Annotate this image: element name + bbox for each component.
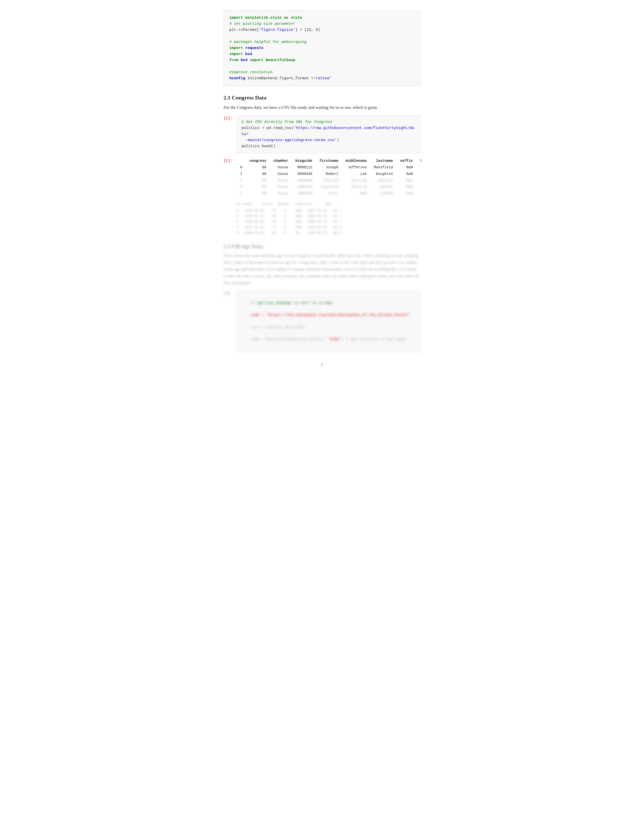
code-comment-3: #improve resolution <box>229 70 272 74</box>
cell-middlename-1: Lee <box>342 171 370 177</box>
cell-3-wrapper: [3] // getting webpage to sort to scrape… <box>224 290 420 352</box>
output-2-label: [2]: <box>224 158 237 163</box>
col-middlename: middlename <box>342 158 370 164</box>
code-from-import: from bs4 import BeautifulSoup <box>229 58 295 62</box>
col-firstname: firstname <box>316 158 342 164</box>
col-lastname: lastname <box>370 158 396 164</box>
code-import-requests: import requests <box>229 46 263 50</box>
section-2-1-text: For the Congress data, we have a CSV fil… <box>224 104 420 111</box>
cell-suffix-1: NaN <box>396 171 416 177</box>
code-config: %config InlineBackend.figure_format ='re… <box>229 76 332 80</box>
cell-chamber-1: house <box>270 171 292 177</box>
section-2-1-heading: 2.1 Congress Data <box>224 95 420 101</box>
page-number: 2 <box>224 362 420 367</box>
cell-chamber-0: house <box>270 164 292 171</box>
code-import-bs4: import bs4 <box>229 52 252 56</box>
cell-bioguide-1: D000448 <box>292 171 316 177</box>
col-bioguide: bioguide <box>292 158 316 164</box>
cell-suffix-0: NaN <box>396 164 416 171</box>
col-chamber: chamber <box>270 158 292 164</box>
output-2-wrapper: [2]: congress chamber bioguide firstname… <box>224 158 420 236</box>
code-comment-1: # set plotting size parameter <box>229 22 295 26</box>
cell-firstname-1: Robert <box>316 171 342 177</box>
cell-bioguide-0: M000112 <box>292 164 316 171</box>
cell-2-wrapper: [2]: # Get CSV directly from URL for Con… <box>224 115 420 153</box>
col-congress: congress <box>246 158 270 164</box>
table-row-blurred: 280houseH000000CharlesMissingHalleckNaN <box>237 177 425 184</box>
cell-idx-1: 1 <box>237 171 246 177</box>
table-row: 0 80 house M000112 Joseph Jefferson Mans… <box>237 164 425 171</box>
cell-3-code: // getting webpage to sort to scrape cod… <box>237 290 420 352</box>
cell-congress-1: 80 <box>246 171 270 177</box>
cell-middlename-0: Jefferson <box>342 164 370 171</box>
section-2-2-heading: 2.2 Fill Age Data <box>224 243 420 250</box>
table-row-blurred: 480houseC000448FritzNaNLanhamNaN <box>237 190 425 197</box>
cell-lastname-0: Mansfield <box>370 164 396 171</box>
section-2-2-text: Since about the same machine age across … <box>224 252 420 286</box>
col-idx <box>237 158 246 164</box>
col-suffix: suffix <box>396 158 416 164</box>
table-row-blurred: 380houseL000448ClarenceMissingCannonNaN <box>237 184 425 190</box>
cell-congress-0: 80 <box>246 164 270 171</box>
code-import-line: import matplotlib.style as style <box>229 16 302 20</box>
col-backslash: \ <box>416 158 425 164</box>
code-rcparams: plt.rcParams['figure.figsize'] = (12, 5) <box>229 28 320 32</box>
output-blurred-section: birthday party gender numterms age 0 189… <box>237 201 425 236</box>
cell-firstname-0: Joseph <box>316 164 342 171</box>
cell-3-label: [3] <box>224 290 237 296</box>
code-block-1: import matplotlib.style as style # set p… <box>224 10 420 86</box>
cell-2-label: [2]: <box>224 115 237 121</box>
cell-2-code: # Get CSV directly from URL for Congress… <box>237 115 420 153</box>
code-comment-2: # packages helpful for webscraping <box>229 40 307 44</box>
output-2-table: congress chamber bioguide firstname midd… <box>237 158 425 236</box>
cell-lastname-1: Doughton <box>370 171 396 177</box>
cell-idx-0: 0 <box>237 164 246 171</box>
table-row: 1 80 house D000448 Robert Lee Doughton N… <box>237 171 425 177</box>
table-header-row: congress chamber bioguide firstname midd… <box>237 158 425 164</box>
